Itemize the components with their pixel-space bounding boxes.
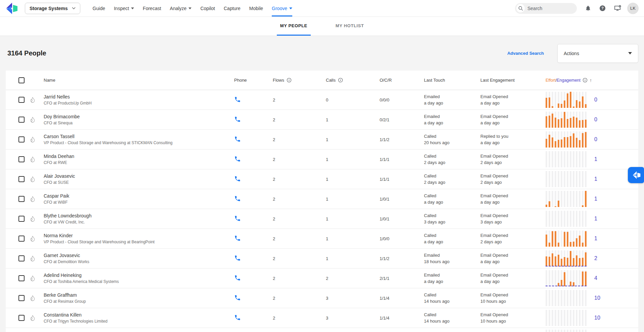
row-checkbox[interactable] [18,196,25,202]
info-icon[interactable] [338,78,343,83]
info-icon[interactable] [583,78,588,83]
device-settings-icon[interactable] [614,5,621,11]
column-header-phone[interactable]: Phone [228,78,267,83]
effort-bar [552,92,553,108]
nav-item-inspect[interactable]: Inspect [114,0,134,16]
table-row: Minda Deehan CFO at RWE 2 1 1/1/1 Called… [6,150,638,169]
row-checkbox[interactable] [18,216,25,222]
phone-call-icon[interactable] [234,116,241,123]
person-name[interactable]: Jarrid Nelles [44,94,228,100]
advanced-search-link[interactable]: Advanced Search [507,51,544,56]
sort-ascending-icon[interactable]: ↑ [590,78,592,83]
chevron-down-icon [72,7,76,9]
phone-call-icon[interactable] [234,156,241,162]
nav-item-groove[interactable]: Groove [272,0,292,16]
main-nav: GuideInspectForecastAnalyzeCopilotCaptur… [88,0,297,16]
person-name[interactable]: Minda Deehan [44,154,228,159]
last-engagement-action: Replied to you [480,133,540,139]
help-icon[interactable]: ? [599,5,606,11]
phone-call-icon[interactable] [234,314,241,321]
global-search[interactable] [515,3,577,14]
person-name[interactable]: Garnet Jovasevic [44,253,228,258]
row-checkbox[interactable] [18,315,25,321]
row-checkbox[interactable] [18,117,25,123]
nav-item-analyze[interactable]: Analyze [170,0,192,16]
column-header-flows[interactable]: Flows [267,78,320,83]
effort-bar [546,310,547,326]
phone-call-icon[interactable] [234,136,241,142]
last-touch-action: Emailed [424,113,475,120]
engagement-value: 1 [589,176,609,182]
column-header-ocr[interactable]: O/C/R [374,78,418,83]
column-header-effort-engagement[interactable]: Effort/Engagement ↑ [540,78,609,83]
effort-bar [582,270,584,286]
table-row: Blythe Lowndesbrough CFO at VW Credit, I… [6,209,638,229]
row-checkbox[interactable] [18,295,25,301]
phone-call-icon[interactable] [234,255,241,261]
effort-bar [570,270,571,286]
column-header-name[interactable]: Name [44,78,228,83]
person-cell: Adelind Heineking CFO at Toshiba America… [44,273,228,284]
engagement-value: 1 [589,196,609,202]
person-name[interactable]: Adelind Heineking [44,273,228,278]
nav-item-capture[interactable]: Capture [224,0,241,16]
hot-lead-flame-icon [30,255,44,262]
notifications-bell-icon[interactable] [585,5,591,11]
row-checkbox[interactable] [18,156,25,162]
tab-my-people[interactable]: MY PEOPLE [277,17,311,36]
person-name[interactable]: Constantina Killen [44,312,228,318]
last-engagement-cell: Replied to you a day ago [475,133,540,146]
effort-bar [561,250,562,266]
workspace-selector[interactable]: Storage Systems [25,3,80,14]
person-name[interactable]: Blythe Lowndesbrough [44,213,228,219]
user-avatar[interactable]: LK [627,3,639,14]
phone-call-icon[interactable] [234,175,241,182]
column-header-last-touch[interactable]: Last Touch [418,78,475,83]
effort-chart-cell [540,231,589,247]
effort-bar [546,231,547,247]
tab-my-hotlist[interactable]: MY HOTLIST [332,17,367,36]
effort-bar [573,270,574,286]
person-cell: Doy Brimacombe CFO at Sinequa [44,114,228,125]
phone-call-icon[interactable] [234,235,241,242]
nav-item-mobile[interactable]: Mobile [249,0,263,16]
select-all-checkbox[interactable] [18,77,25,83]
effort-bar [579,270,581,286]
effort-bar [567,92,568,108]
groove-omnibar-button[interactable] [628,167,644,183]
person-name[interactable]: Doy Brimacombe [44,114,228,120]
calls-value: 1 [320,177,374,182]
phone-call-icon[interactable] [234,294,241,301]
row-checkbox[interactable] [18,176,25,182]
effort-bar [546,211,547,227]
phone-call-icon[interactable] [234,96,241,103]
person-name[interactable]: Norma Kinder [44,233,228,239]
row-checkbox[interactable] [18,136,25,142]
person-name[interactable]: Alair Jovasevic [44,173,228,179]
actions-dropdown[interactable]: Actions [557,44,638,63]
last-engagement-cell: Email Opened a day ago [475,272,540,285]
phone-call-icon[interactable] [234,215,241,222]
search-input[interactable] [527,6,571,11]
row-checkbox[interactable] [18,255,25,261]
row-checkbox[interactable] [18,236,25,242]
column-header-last-engagement[interactable]: Last Engagement [475,78,540,83]
last-touch-cell: Emailed a day ago [418,272,475,285]
phone-call-icon[interactable] [234,195,241,202]
table-row: Alair Jovasevic CFO at SUSE 2 1 1/1/1 Ca… [6,169,638,189]
row-checkbox[interactable] [18,275,25,281]
effort-bar [546,290,547,306]
effort-bar [564,191,565,207]
person-name[interactable]: Berke Graffham [44,292,228,298]
nav-item-forecast[interactable]: Forecast [143,0,161,16]
column-header-calls[interactable]: Calls [320,78,374,83]
person-name[interactable]: Caspar Paik [44,193,228,199]
nav-item-copilot[interactable]: Copilot [200,0,215,16]
effort-bar [582,131,584,148]
phone-call-icon[interactable] [234,275,241,281]
nav-item-guide[interactable]: Guide [93,0,105,16]
person-name[interactable]: Carson Tassell [44,134,228,139]
phone-cell [228,294,267,302]
row-checkbox[interactable] [18,97,25,103]
info-icon[interactable] [287,78,292,83]
